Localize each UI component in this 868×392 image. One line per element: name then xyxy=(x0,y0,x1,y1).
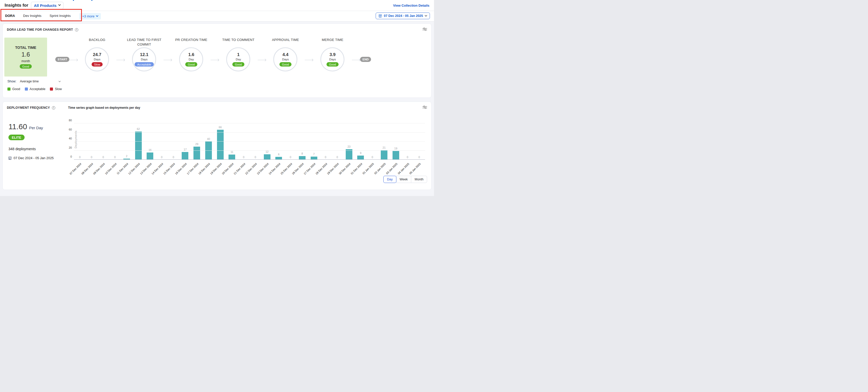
page-title: Insights for xyxy=(5,3,28,8)
bar-value-label: 0 xyxy=(337,156,338,159)
total-time-status-badge: Good xyxy=(20,64,32,68)
y-tick-label: 0 xyxy=(70,155,72,158)
product-selector-dropdown[interactable]: All Products xyxy=(31,2,63,9)
bar-value-label: 11 xyxy=(230,150,234,153)
bar-slot: 0 xyxy=(284,123,296,160)
bar-slot: 2 xyxy=(121,123,132,160)
x-tick-label: 03 Jan 2025 xyxy=(385,162,398,175)
x-tick-label: 13 Dec 2024 xyxy=(139,162,152,175)
chevron-down-icon xyxy=(58,3,61,6)
stage-status-badge: Slow xyxy=(92,62,103,66)
tabs-more-label: +3 more xyxy=(82,14,94,18)
stage-circle: 12.1DaysAcceptable xyxy=(132,47,156,71)
date-range-picker[interactable]: 07 Dec 2024 - 05 Jan 2025 xyxy=(376,12,430,19)
bar-slot: 9 xyxy=(355,123,367,160)
bar-slot: 21 xyxy=(378,123,390,160)
bar[interactable] xyxy=(228,155,235,160)
bar[interactable] xyxy=(217,130,224,160)
bar-value-label: 40 xyxy=(207,138,210,141)
y-tick-label: 20 xyxy=(69,146,72,149)
bar-value-label: 0 xyxy=(91,156,92,159)
bar[interactable] xyxy=(381,150,388,160)
stage-title: TIME TO COMMENT xyxy=(222,38,254,47)
info-icon[interactable] xyxy=(52,106,55,110)
funnel-arrow xyxy=(69,59,78,61)
deployment-rate-unit: Per Day xyxy=(29,126,43,130)
bar[interactable] xyxy=(182,152,188,160)
tab-dev-insights[interactable]: Dev Insights xyxy=(23,11,42,21)
bar[interactable] xyxy=(193,147,200,160)
granularity-week[interactable]: Week xyxy=(396,176,411,183)
bar-value-label: 0 xyxy=(102,156,104,159)
stage-status-badge: Good xyxy=(232,62,244,66)
tab-dora[interactable]: DORA xyxy=(5,11,16,21)
bar[interactable] xyxy=(346,149,352,160)
chevron-down-icon xyxy=(96,14,98,17)
bar-slot: 0 xyxy=(156,123,167,160)
bar-value-label: 0 xyxy=(173,156,174,159)
bar-slot: 66 xyxy=(214,123,226,160)
total-time-unit: month xyxy=(22,59,30,63)
granularity-month[interactable]: Month xyxy=(411,176,427,183)
total-time-value: 1.6 xyxy=(22,51,30,58)
stage-value: 1.6 xyxy=(188,52,194,57)
bar-slot: 0 xyxy=(331,123,343,160)
bar-value-label: 8 xyxy=(302,152,303,155)
chevron-down-icon xyxy=(59,80,61,82)
stage-title: MERGE TIME xyxy=(322,38,343,47)
deployment-rate-value: 11.60 xyxy=(8,122,27,131)
bar[interactable] xyxy=(147,152,153,160)
granularity-day[interactable]: Day xyxy=(383,176,396,183)
bar[interactable] xyxy=(264,154,271,160)
calendar-icon xyxy=(379,14,382,18)
legend-swatch xyxy=(25,88,28,91)
stage-status-badge: Good xyxy=(185,62,197,66)
funnel-arrow xyxy=(305,59,313,61)
x-tick-label: 05 Jan 2025 xyxy=(409,162,421,175)
stage-backlog: BACKLOG24.7DaysSlow xyxy=(78,38,117,71)
show-metric-value: Average time xyxy=(20,80,59,83)
funnel-arrow xyxy=(117,59,125,61)
bar-value-label: 0 xyxy=(79,156,81,159)
bar[interactable] xyxy=(135,131,142,160)
chart-subtitle: Time series graph based on deployments p… xyxy=(68,106,140,110)
total-time-label: TOTAL TIME xyxy=(15,46,36,50)
chart-settings-icon[interactable] xyxy=(423,105,427,110)
funnel-arrow xyxy=(352,59,360,61)
stage-title: LEAD TIME TO FIRST COMMIT xyxy=(125,38,163,47)
bar[interactable] xyxy=(393,151,399,160)
stage-circle: 1.6DayGood xyxy=(179,47,203,71)
x-tick-label: 09 Dec 2024 xyxy=(92,162,105,175)
bar-value-label: 23 xyxy=(347,145,350,148)
x-tick-label: 14 Dec 2024 xyxy=(151,162,164,175)
bar-value-label: 12 xyxy=(266,150,269,153)
end-node: END xyxy=(360,57,371,62)
bar-value-label: 0 xyxy=(418,156,420,159)
show-label: Show: xyxy=(7,80,17,83)
tab-sprint-insights[interactable]: Sprint Insights xyxy=(49,11,71,21)
stage-circle: 3.9DaysGood xyxy=(320,47,344,71)
stage-value: 24.7 xyxy=(93,52,101,57)
x-tick-label: 08 Dec 2024 xyxy=(81,162,94,175)
show-metric-dropdown[interactable]: Average time xyxy=(20,80,60,83)
bar-value-label: 0 xyxy=(243,156,244,159)
bar-slot: 0 xyxy=(413,123,425,160)
bar-slot: 0 xyxy=(320,123,331,160)
stage-value: 4.4 xyxy=(282,52,289,57)
bar-slot: 62 xyxy=(132,123,144,160)
info-icon[interactable] xyxy=(75,28,78,31)
x-tick-label: 20 Dec 2024 xyxy=(221,162,234,175)
tabs-more-dropdown[interactable]: +3 more xyxy=(79,13,101,20)
content-area: DORA LEAD TIME FOR CHANGES REPORT TOTAL … xyxy=(0,22,434,190)
legend-label: Good xyxy=(12,87,20,91)
bar[interactable] xyxy=(205,142,212,160)
gridline-40 xyxy=(74,141,425,142)
x-tick-label: 29 Dec 2024 xyxy=(327,162,340,175)
view-collection-details-link[interactable]: View Collection Details xyxy=(393,4,429,7)
stage-title: PR CREATION TIME xyxy=(175,38,208,47)
bar-slot: 16 xyxy=(144,123,156,160)
stage-value: 1 xyxy=(237,52,240,57)
legend-label: Slow xyxy=(55,87,62,91)
chevron-down-icon xyxy=(425,14,427,17)
chart-settings-icon[interactable] xyxy=(423,27,427,32)
